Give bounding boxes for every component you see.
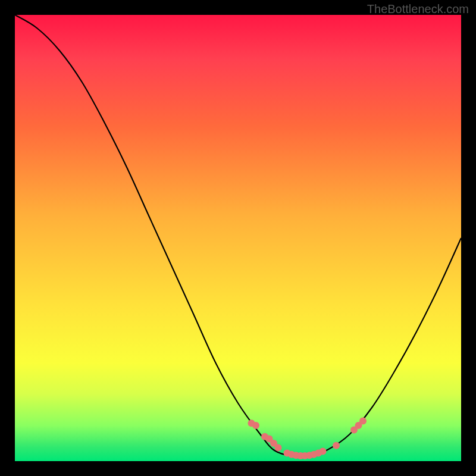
- plot-gradient-area: [15, 15, 461, 461]
- bottleneck-curve: [15, 15, 461, 456]
- chart-container: TheBottleneck.com: [0, 0, 476, 476]
- valley-dots-group: [248, 418, 367, 460]
- curve-svg: [15, 15, 461, 461]
- valley-dot: [333, 442, 340, 449]
- valley-dot: [359, 418, 367, 425]
- valley-dot: [252, 422, 259, 429]
- valley-dot: [275, 444, 282, 452]
- watermark-text: TheBottleneck.com: [367, 2, 469, 16]
- valley-dot: [320, 448, 327, 455]
